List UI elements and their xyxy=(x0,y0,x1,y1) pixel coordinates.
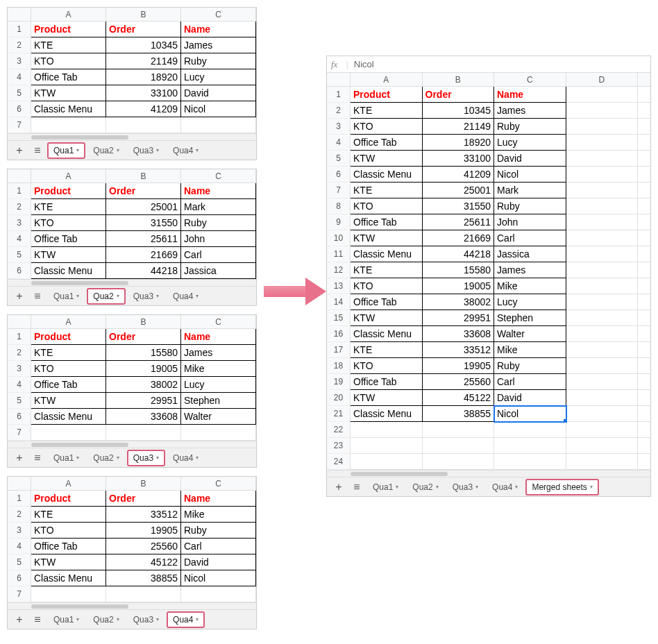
row-number[interactable]: 6 xyxy=(8,570,31,586)
header-cell-product[interactable]: Product xyxy=(31,329,106,345)
cell-name[interactable]: Carl xyxy=(494,374,566,390)
empty-cell[interactable] xyxy=(566,262,639,278)
cell-name[interactable]: Stephen xyxy=(494,310,566,326)
all-sheets-button[interactable]: ≡ xyxy=(349,480,364,495)
empty-cell[interactable] xyxy=(106,117,181,133)
empty-cell[interactable] xyxy=(566,278,639,294)
empty-cell[interactable] xyxy=(566,230,639,246)
cell-name[interactable]: Ruby xyxy=(181,215,256,231)
add-sheet-button[interactable]: + xyxy=(331,480,346,495)
sheet-tab-qua2[interactable]: Qua2▾ xyxy=(87,612,124,627)
cell-order[interactable]: 38002 xyxy=(423,294,495,310)
cell-product[interactable]: Office Tab xyxy=(351,214,423,230)
cell-product[interactable]: KTW xyxy=(351,230,423,246)
cell-product[interactable]: KTW xyxy=(31,393,106,409)
empty-cell[interactable] xyxy=(638,183,650,198)
empty-cell[interactable] xyxy=(566,358,639,374)
row-number[interactable]: 5 xyxy=(8,247,31,263)
empty-cell[interactable] xyxy=(638,167,650,183)
horizontal-scrollbar[interactable] xyxy=(8,602,256,609)
cell-product[interactable]: KTO xyxy=(351,198,423,214)
empty-cell[interactable] xyxy=(31,117,106,133)
empty-cell[interactable] xyxy=(638,230,650,246)
empty-cell[interactable] xyxy=(566,438,639,454)
empty-cell[interactable] xyxy=(638,422,650,438)
empty-cell[interactable] xyxy=(106,586,181,602)
col-header-c[interactable]: C xyxy=(181,169,256,183)
cell-order[interactable]: 19005 xyxy=(423,278,495,294)
tab-dropdown-icon[interactable]: ▾ xyxy=(590,480,593,495)
tab-dropdown-icon[interactable]: ▾ xyxy=(196,612,199,627)
row-number[interactable]: 2 xyxy=(8,507,31,523)
row-number[interactable]: 5 xyxy=(327,151,351,167)
cell-name[interactable]: Ruby xyxy=(181,523,256,539)
row-number[interactable]: 4 xyxy=(8,377,31,393)
cell-product[interactable]: Classic Menu xyxy=(351,167,423,183)
row-number[interactable]: 4 xyxy=(327,135,351,151)
sheet-tab-qua1[interactable]: Qua1▾ xyxy=(367,480,404,495)
row-number[interactable]: 5 xyxy=(8,393,31,409)
empty-cell[interactable] xyxy=(351,438,423,454)
empty-cell[interactable] xyxy=(638,326,650,342)
all-sheets-button[interactable]: ≡ xyxy=(30,143,45,158)
cell-order[interactable]: 29951 xyxy=(423,310,495,326)
header-cell-name[interactable]: Name xyxy=(181,491,256,507)
row-number[interactable]: 4 xyxy=(8,231,31,247)
empty-cell[interactable] xyxy=(181,117,256,133)
empty-cell[interactable] xyxy=(638,310,650,326)
cell-order[interactable]: 33100 xyxy=(106,85,181,101)
col-header-c[interactable]: C xyxy=(181,8,256,21)
row-number[interactable]: 19 xyxy=(327,374,351,390)
cell-product[interactable]: KTO xyxy=(31,53,106,69)
empty-cell[interactable] xyxy=(181,586,256,602)
tab-dropdown-icon[interactable]: ▾ xyxy=(76,143,79,158)
row-number[interactable]: 10 xyxy=(327,230,351,246)
cell-name[interactable]: David xyxy=(181,554,256,570)
empty-cell[interactable] xyxy=(638,294,650,310)
cell-product[interactable]: KTE xyxy=(351,103,423,119)
cell-product[interactable]: Office Tab xyxy=(31,377,106,393)
empty-cell[interactable] xyxy=(566,422,639,438)
cell-name[interactable]: Walter xyxy=(181,409,256,425)
row-number[interactable]: 7 xyxy=(8,425,31,441)
row-number[interactable]: 7 xyxy=(327,183,351,198)
horizontal-scrollbar[interactable] xyxy=(8,441,256,448)
cell-product[interactable]: KTW xyxy=(351,151,423,167)
empty-cell[interactable] xyxy=(638,214,650,230)
cell-name[interactable]: Lucy xyxy=(181,69,256,85)
tab-dropdown-icon[interactable]: ▾ xyxy=(156,612,159,627)
row-number[interactable]: 6 xyxy=(327,167,351,183)
header-cell-product[interactable]: Product xyxy=(351,87,423,103)
tab-dropdown-icon[interactable]: ▾ xyxy=(76,612,79,627)
cell-product[interactable]: KTO xyxy=(31,361,106,377)
cell-name[interactable]: Nicol xyxy=(181,570,256,586)
empty-cell[interactable] xyxy=(494,422,566,438)
cell-order[interactable]: 33512 xyxy=(106,507,181,523)
header-cell-name[interactable]: Name xyxy=(181,22,256,37)
cell-product[interactable]: KTO xyxy=(351,119,423,135)
tab-dropdown-icon[interactable]: ▾ xyxy=(196,143,199,158)
cell-product[interactable]: KTW xyxy=(351,390,423,406)
row-number[interactable]: 23 xyxy=(327,438,351,454)
sheet-tab-qua2[interactable]: Qua2▾ xyxy=(87,289,124,304)
sheet-tab-qua3[interactable]: Qua3▾ xyxy=(128,612,164,627)
col-header-a[interactable]: A xyxy=(31,8,106,21)
row-number[interactable]: 2 xyxy=(8,199,31,215)
col-header-a[interactable]: A xyxy=(31,477,106,490)
cell-order[interactable]: 21149 xyxy=(106,53,181,69)
all-sheets-button[interactable]: ≡ xyxy=(30,289,45,304)
cell-name[interactable]: Mike xyxy=(181,507,256,523)
col-header-d[interactable]: D xyxy=(566,73,639,86)
sheet-tab-qua2[interactable]: Qua2▾ xyxy=(87,143,124,158)
cell-name[interactable]: Jassica xyxy=(494,246,566,262)
horizontal-scrollbar[interactable] xyxy=(8,133,256,140)
cell-product[interactable]: KTE xyxy=(31,199,106,215)
cell-product[interactable]: KTO xyxy=(351,358,423,374)
header-cell-order[interactable]: Order xyxy=(106,22,181,37)
col-header-c[interactable]: C xyxy=(494,73,566,86)
cell-name[interactable]: David xyxy=(494,390,566,406)
cell-order[interactable]: 18920 xyxy=(106,69,181,85)
header-cell-order[interactable]: Order xyxy=(423,87,495,103)
cell-product[interactable]: KTW xyxy=(31,85,106,101)
cell-name[interactable]: James xyxy=(181,37,256,53)
